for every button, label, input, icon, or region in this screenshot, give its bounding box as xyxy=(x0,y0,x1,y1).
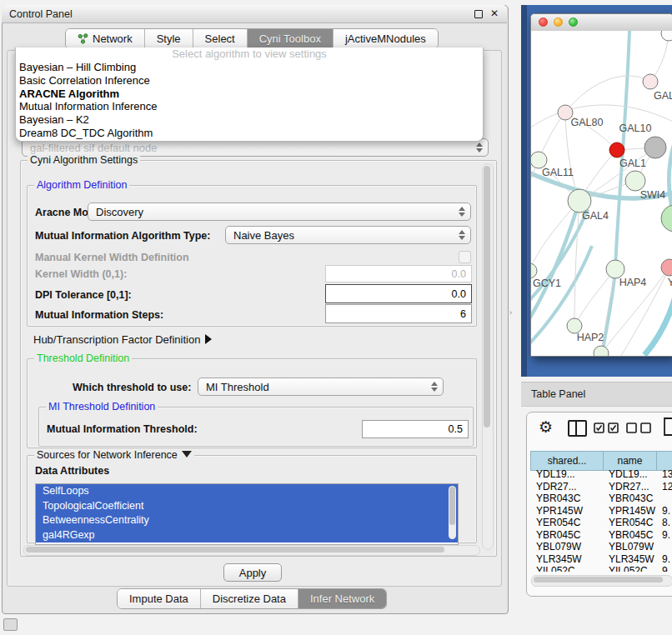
tab-style[interactable]: Style xyxy=(145,29,193,48)
node-label: GAL80 xyxy=(571,117,604,128)
table-row[interactable]: YDR27...YDR27...12 xyxy=(530,481,672,493)
aracne-mode-combobox[interactable]: Discovery xyxy=(88,202,471,221)
network-node[interactable] xyxy=(643,74,658,89)
algorithm-option[interactable]: ARACNE Algorithm xyxy=(16,88,483,101)
node-table[interactable]: YDL19...YDL19...13YDR27...YDR27...12YBR0… xyxy=(530,468,672,572)
data-attribute-item[interactable]: BetweennessCentrality xyxy=(36,513,458,528)
table-row[interactable]: YPR145WYPR145W9. xyxy=(530,505,672,518)
mi-threshold-definition-title: MI Threshold Definition xyxy=(46,401,158,412)
table-cell: YDL19... xyxy=(603,468,656,481)
data-attribute-item[interactable]: TopologicalCoefficient xyxy=(36,499,458,514)
table-row[interactable]: YBL079WYBL079W xyxy=(530,541,672,553)
network-node[interactable] xyxy=(625,171,645,191)
tab-infer-network[interactable]: Infer Network xyxy=(298,589,386,608)
algorithm-option[interactable]: Bayesian – K2 xyxy=(16,113,483,127)
float-window-icon[interactable] xyxy=(474,10,483,18)
kernel-width-field[interactable]: 0.0 xyxy=(325,265,472,282)
table-cell: 9. xyxy=(656,565,672,572)
settings-gear-icon[interactable]: ⚙ xyxy=(539,419,553,435)
close-traffic-light-icon[interactable] xyxy=(539,18,548,27)
minimize-traffic-light-icon[interactable] xyxy=(554,18,563,27)
split-columns-icon[interactable] xyxy=(568,420,587,437)
algorithm-option[interactable]: Basic Correlation Inference xyxy=(16,74,483,88)
data-attribute-item[interactable]: SelfLoops xyxy=(36,484,458,499)
tab-cyni-toolbox[interactable]: Cyni Toolbox xyxy=(248,29,333,48)
manual-kernel-width-checkbox[interactable] xyxy=(459,251,471,263)
tab-label: Select xyxy=(205,32,235,45)
mi-steps-field[interactable]: 6 xyxy=(325,304,472,323)
sources-toggle[interactable]: Sources for Network Inference xyxy=(34,449,194,461)
data-attributes-list[interactable]: SelfLoopsTopologicalCoefficientBetweenne… xyxy=(35,483,459,545)
tab-select[interactable]: Select xyxy=(193,29,248,48)
mi-algorithm-type-combobox[interactable]: Naive Bayes xyxy=(225,226,471,244)
which-threshold-label: Which threshold to use: xyxy=(73,382,191,393)
which-threshold-value: MI Threshold xyxy=(206,381,269,393)
which-threshold-combobox[interactable]: MI Threshold xyxy=(198,378,444,396)
network-node[interactable] xyxy=(594,346,609,356)
table-cell: YBR043C xyxy=(530,492,603,505)
close-icon[interactable]: ✕ xyxy=(490,8,499,19)
mi-threshold-field[interactable]: 0.5 xyxy=(362,420,469,438)
table-row[interactable]: YBR045CYBR045C9. xyxy=(530,529,672,542)
algorithm-placeholder: Select algorithm to view settings xyxy=(16,48,483,61)
minimized-panel-icon[interactable] xyxy=(3,618,18,631)
network-node[interactable] xyxy=(531,263,537,278)
zoom-traffic-light-icon[interactable] xyxy=(569,18,578,27)
table-row[interactable]: YBR043CYBR043C xyxy=(530,492,672,505)
network-node[interactable] xyxy=(644,137,666,158)
network-edge[interactable] xyxy=(565,76,650,112)
mi-steps-value: 6 xyxy=(460,308,466,320)
network-node[interactable] xyxy=(661,259,672,276)
list-scrollbar[interactable] xyxy=(449,486,456,539)
table-cell: YBL079W xyxy=(603,541,656,553)
network-window-titlebar[interactable] xyxy=(531,14,672,32)
network-node[interactable] xyxy=(661,205,672,232)
tab-label: jActiveMNodules xyxy=(345,32,426,45)
splitter-handle[interactable]: › xyxy=(509,308,516,317)
network-canvas[interactable]: GALGAL80GAL10GAL11GAL1SWI4GAL4GCY1HAP4YH… xyxy=(531,31,672,356)
tab-impute-data[interactable]: Impute Data xyxy=(118,589,201,608)
algorithm-dropdown-popup: Select algorithm to view settings Bayesi… xyxy=(15,48,484,142)
algorithm-option[interactable]: Dream8 DC_TDC Algorithm xyxy=(16,127,483,140)
dpi-tolerance-field[interactable]: 0.0 xyxy=(325,284,472,303)
algorithm-option[interactable]: Bayesian – Hill Climbing xyxy=(16,61,483,74)
network-node[interactable] xyxy=(531,152,547,168)
apply-button[interactable]: Apply xyxy=(223,563,282,582)
node-label: GAL10 xyxy=(619,122,652,134)
network-node[interactable] xyxy=(606,260,624,278)
network-edge[interactable] xyxy=(531,201,579,324)
spinner-arrows-icon xyxy=(430,382,437,392)
table-row[interactable]: YLR345WYLR345W9. xyxy=(530,553,672,566)
hub-definition-toggle[interactable]: Hub/Transcription Factor Definition xyxy=(33,333,212,346)
threshold-definition-title: Threshold Definition xyxy=(34,352,132,364)
network-node[interactable] xyxy=(568,189,591,212)
table-cell: YLR345W xyxy=(530,553,603,566)
tab-discretize-data[interactable]: Discretize Data xyxy=(201,589,298,608)
tab-network[interactable]: Network xyxy=(66,29,145,48)
deselect-all-icon[interactable] xyxy=(626,422,651,433)
tab-label: Infer Network xyxy=(310,592,374,605)
spinner-arrows-icon xyxy=(458,207,464,217)
table-cell: YBR045C xyxy=(530,529,603,542)
node-label: HAP2 xyxy=(577,332,604,343)
new-document-icon[interactable] xyxy=(664,418,672,436)
network-edge[interactable] xyxy=(531,201,579,271)
tab-label: Impute Data xyxy=(129,592,188,605)
control-panel-tabs: NetworkStyleSelectCyni ToolboxjActiveMNo… xyxy=(65,28,439,49)
settings-vertical-scrollbar[interactable] xyxy=(482,163,494,550)
table-cell: YDR27... xyxy=(530,481,603,493)
select-all-icon[interactable] xyxy=(594,422,619,433)
algorithm-option[interactable]: Mutual Information Inference xyxy=(16,100,483,113)
network-edge[interactable] xyxy=(644,288,672,355)
network-node[interactable] xyxy=(661,31,672,41)
settings-horizontal-scrollbar[interactable] xyxy=(23,545,480,556)
table-row[interactable]: YIL052CYIL052C9. xyxy=(530,565,672,572)
network-node[interactable] xyxy=(609,142,624,158)
dpi-tolerance-value: 0.0 xyxy=(452,288,466,300)
table-row[interactable]: YDL19...YDL19...13 xyxy=(530,468,672,481)
table-panel: ⚙ shared...nameA YDL19...YDL19...13YDR27… xyxy=(526,412,672,597)
data-attribute-item[interactable]: gal4RGexp xyxy=(36,528,458,543)
tab-jactivemnodules[interactable]: jActiveMNodules xyxy=(333,29,438,48)
table-horizontal-scrollbar[interactable] xyxy=(531,575,672,587)
table-row[interactable]: YER054CYER054C8. xyxy=(530,517,672,529)
